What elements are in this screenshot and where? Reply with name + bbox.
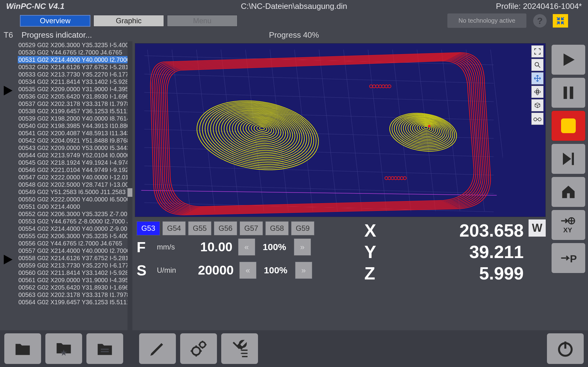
gcode-scrollbar[interactable] <box>127 41 132 330</box>
edit-button[interactable] <box>139 333 176 364</box>
gcode-line[interactable]: 00540 G02 X198.3985 Y44.3913 I10.8806 <box>18 122 131 129</box>
gcode-line[interactable]: 00537 G02 X202.3178 Y33.3178 I1.7978 <box>18 100 131 107</box>
g-offset-g58[interactable]: G58 <box>265 221 289 235</box>
file-path: C:\NC-Dateien\absaugung.din <box>241 2 347 11</box>
play-button[interactable] <box>551 44 586 75</box>
open-file-button[interactable] <box>4 333 41 364</box>
svg-point-4 <box>537 91 538 93</box>
gcode-line[interactable]: 00532 G02 X214.6126 Y37.6752 I-5.2815 <box>18 63 131 71</box>
gcode-line[interactable]: 00557 G02 X214.4000 Y40.0000 I2.7000 J <box>18 247 131 254</box>
gcode-line[interactable]: 00551 G00 X214.4000 <box>18 203 131 210</box>
tab-overview[interactable]: Overview <box>20 15 90 27</box>
gcode-line[interactable]: 00529 G02 X206.3000 Y35.3235 I-5.4000 <box>18 41 131 49</box>
gcode-line[interactable]: 00559 G02 X213.7730 Y35.2270 I-6.1774 <box>18 262 131 269</box>
g-offset-g56[interactable]: G56 <box>214 221 237 235</box>
tool-number: T6 <box>4 30 13 40</box>
power-button[interactable] <box>547 333 584 364</box>
cube-view-button[interactable] <box>531 99 544 111</box>
park-button[interactable]: P <box>551 243 586 273</box>
gcode-line[interactable]: 00555 G02 X206.3000 Y35.3235 I-5.4000 <box>18 232 131 240</box>
gcode-cursor-marker-2 <box>2 253 13 267</box>
g-offset-g59[interactable]: G59 <box>291 221 314 235</box>
svg-point-7 <box>534 118 537 121</box>
gcode-line[interactable]: 00541 G02 X200.4087 Y48.5913 I11.3431 <box>18 129 131 137</box>
g-offset-g54[interactable]: G54 <box>162 221 186 235</box>
gcode-line[interactable]: 00530 G02 Y44.6765 I2.7000 J4.6765 <box>18 49 131 56</box>
gcode-line[interactable]: 00552 G02 X206.3000 Y35.3235 Z-7.0000 <box>18 210 131 218</box>
header-bar: WinPC-NC V4.1 C:\NC-Dateien\absaugung.di… <box>0 0 588 12</box>
gcode-cursor-marker <box>2 84 13 98</box>
gcode-line[interactable]: 00533 G02 X213.7730 Y35.2270 I-6.1774 <box>18 71 131 78</box>
pan-button[interactable] <box>531 72 544 84</box>
xy-zero-button[interactable]: XY <box>551 210 586 240</box>
gcode-line[interactable]: 00560 G02 X211.8414 Y33.1402 I-5.9285 <box>18 269 131 276</box>
spindle-label: S <box>137 262 155 279</box>
recent-file-button[interactable] <box>86 333 123 364</box>
svg-rect-19 <box>101 349 109 350</box>
coord-row-x: X203.658 <box>364 219 524 241</box>
gcode-line[interactable]: 00547 G02 X222.0000 Y40.0000 I-12.0104 <box>18 174 131 181</box>
stop-button[interactable] <box>551 110 586 141</box>
gcode-line[interactable]: 00563 G02 X202.3178 Y33.3178 I1.7978 <box>18 291 131 298</box>
tools-button[interactable] <box>221 333 258 364</box>
gcode-line[interactable]: 00558 G02 X214.6126 Y37.6752 I-5.2815 <box>18 254 131 262</box>
svg-marker-0 <box>4 86 12 95</box>
run-control-panel: XY P <box>548 41 588 330</box>
spindle-unit: U/min <box>157 266 176 275</box>
w-coord-button[interactable]: W <box>529 219 546 237</box>
spindle-increase-button[interactable]: » <box>295 262 312 279</box>
feed-unit: mm/s <box>157 243 175 251</box>
svg-rect-20 <box>101 351 109 352</box>
svg-point-21 <box>192 347 200 355</box>
gcode-line[interactable]: 00556 G02 Y44.6765 I2.7000 J4.6765 <box>18 240 131 247</box>
spindle-percent: 100% <box>262 265 290 275</box>
gcode-line[interactable]: 00543 G02 X209.0000 Y53.0000 I5.3443 <box>18 144 131 152</box>
feed-percent: 100% <box>261 242 288 252</box>
settings-button[interactable] <box>180 333 217 364</box>
pause-button[interactable] <box>551 77 586 108</box>
coord-row-y: Y39.211 <box>364 241 524 262</box>
gcode-line[interactable]: 00539 G02 X198.2000 Y40.0000 I8.7614 <box>18 115 131 122</box>
gcode-line[interactable]: 00546 G02 X221.0104 Y44.9749 I-9.1924 <box>18 166 131 174</box>
zoom-button[interactable] <box>531 59 544 71</box>
svg-text:XY: XY <box>563 226 572 233</box>
tab-graphic[interactable]: Graphic <box>93 15 164 27</box>
feed-increase-button[interactable]: » <box>294 238 311 256</box>
favorite-file-button[interactable] <box>45 333 82 364</box>
gcode-line[interactable]: 00535 G02 X209.0000 Y31.9000 I-4.3956 <box>18 85 131 93</box>
gcode-list[interactable]: 00529 G02 X206.3000 Y35.3235 I-5.4000005… <box>18 41 131 330</box>
step-forward-button[interactable] <box>551 144 586 174</box>
glasses-view-button[interactable] <box>531 113 544 125</box>
gcode-line[interactable]: 00542 G02 X204.0921 Y51.8488 I9.8768 <box>18 137 131 144</box>
spindle-decrease-button[interactable]: « <box>239 262 256 279</box>
gcode-line[interactable]: 00531 G02 X214.4000 Y40.0000 I2.7000 J <box>18 56 131 63</box>
gcode-line[interactable]: 00550 G02 X222.0000 Y40.0000 I6.5000 J <box>18 196 131 203</box>
gcode-line[interactable]: 00534 G02 X211.8414 Y33.1402 I-5.9285 <box>18 78 131 85</box>
toolpath-viewport[interactable] <box>135 43 546 217</box>
g-offset-g55[interactable]: G55 <box>188 221 211 235</box>
help-button[interactable]: ? <box>533 14 547 28</box>
gcode-line[interactable]: 00545 G02 X218.1924 Y49.1924 I-4.9749 <box>18 159 131 166</box>
g-offset-g57[interactable]: G57 <box>240 221 263 235</box>
gcode-line[interactable]: 00562 G02 X205.6420 Y31.8930 I-1.6960 <box>18 284 131 291</box>
gcode-line[interactable]: 00561 G02 X209.0000 Y31.9000 I-4.3956 <box>18 276 131 284</box>
gcode-line[interactable]: 00553 G02 Y44.6765 Z-8.0000 I2.7000 J4 <box>18 218 131 225</box>
gcode-line[interactable]: 00564 G02 X199.6457 Y36.1253 I5.5111 J <box>18 298 131 306</box>
fit-view-button[interactable] <box>531 45 544 58</box>
gcode-line[interactable]: 00536 G02 X205.6420 Y31.8930 I-1.6960 <box>18 93 131 100</box>
gcode-line[interactable]: 00548 G02 X202.5000 Y28.7417 I-13.000 <box>18 181 131 188</box>
g-offset-g53[interactable]: G53 <box>137 221 160 235</box>
gcode-scrollbar-thumb[interactable] <box>127 188 132 197</box>
gcode-line[interactable]: 00549 G02 Y51.2583 I6.5000 J11.2583 <box>18 188 131 196</box>
tab-menu[interactable]: Menu <box>167 15 237 27</box>
orbit-button[interactable] <box>531 86 544 98</box>
viewport-tools <box>531 45 544 125</box>
home-button[interactable] <box>551 177 586 207</box>
progress-text: Progress 40% <box>269 30 319 40</box>
svg-rect-14 <box>572 153 574 165</box>
gcode-line[interactable]: 00538 G02 X199.6457 Y36.1253 I5.5111 J <box>18 107 131 115</box>
collapse-button[interactable] <box>553 14 568 28</box>
gcode-line[interactable]: 00554 G02 X214.4000 Y40.0000 Z-9.0000 <box>18 225 131 232</box>
feed-decrease-button[interactable]: « <box>238 238 255 256</box>
gcode-line[interactable]: 00544 G02 X213.9749 Y52.0104 I0.0000 <box>18 152 131 159</box>
